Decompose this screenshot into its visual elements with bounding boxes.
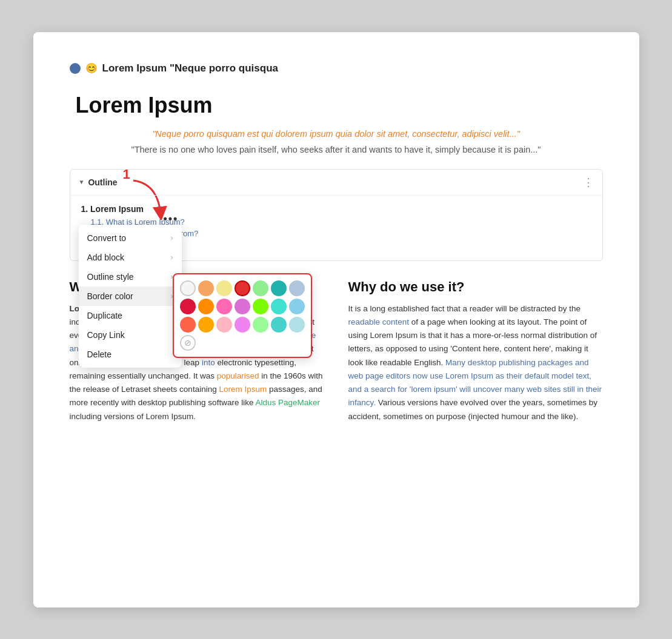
quote-italic: "Neque porro quisquam est qui dolorem ip… [76,129,597,139]
outline-title-row: ▼ Outline [79,177,118,187]
color-lightgreen[interactable] [253,280,268,296]
quote-center: "There is no one who loves pain itself, … [76,145,597,154]
color-lawngreen[interactable] [253,299,268,314]
color-turquoise[interactable] [271,299,287,314]
menu-item-copy-link[interactable]: Copy Link [79,325,182,345]
menu-item-duplicate-label: Duplicate [87,311,122,320]
color-palegreen[interactable] [253,317,268,333]
color-red[interactable] [235,280,250,296]
menu-item-add-block-label: Add block [87,253,124,262]
menu-item-convert-to[interactable]: Convert to › [79,228,182,248]
menu-item-border-color[interactable]: Border color › [79,286,182,306]
page-title: Lorem Ipsum "Neque porro quisqua [102,62,278,74]
title-bar: 😊 Lorem Ipsum "Neque porro quisqua [70,62,603,74]
color-khaki[interactable] [216,280,232,296]
col-why: Why do we use it? It is a long establish… [348,279,603,423]
page-container: 😊 Lorem Ipsum "Neque porro quisqua Lorem… [33,32,639,608]
color-lightblue[interactable] [289,280,305,296]
menu-item-delete-label: Delete [87,349,111,359]
col2-text: It is a long established fact that a rea… [348,302,603,423]
outline-header: ▼ Outline ⋮ [70,170,602,196]
color-none[interactable]: ⊘ [180,335,196,351]
menu-item-outline-style[interactable]: Outline style › [79,267,182,286]
menu-item-delete[interactable]: Delete [79,345,182,364]
title-emoji: 😊 [85,62,98,74]
menu-item-duplicate[interactable]: Duplicate [79,306,182,325]
menu-item-convert-to-label: Convert to [87,233,127,243]
color-picker-popup: ⊘ [173,273,312,358]
color-white[interactable] [180,280,196,296]
context-menu: Convert to › Add block › Outline style ›… [79,225,182,368]
outline-title: Outline [88,177,117,187]
col2-heading: Why do we use it? [348,279,603,295]
outline-item-1: 1. Lorem Ipsum [81,204,591,214]
color-tomato[interactable] [180,317,196,333]
color-violet[interactable] [235,317,250,333]
color-crimson[interactable] [180,299,196,314]
menu-item-copy-link-label: Copy Link [87,330,125,340]
main-heading: Lorem Ipsum [76,93,603,118]
color-medturquoise[interactable] [271,317,287,333]
outline-options-icon[interactable]: ⋮ [583,176,594,189]
color-orangered[interactable] [198,317,214,333]
color-lightpink[interactable] [216,317,232,333]
menu-item-outline-style-label: Outline style [87,272,134,282]
color-orange[interactable] [198,299,214,314]
color-orchid[interactable] [235,299,250,314]
color-hotpink[interactable] [216,299,232,314]
color-powderblue[interactable] [289,317,305,333]
menu-arrow-convert-to-icon: › [171,234,173,242]
color-skyblue[interactable] [289,299,305,314]
menu-arrow-add-block-icon: › [171,253,173,262]
outline-collapse-icon[interactable]: ▼ [79,179,85,185]
menu-item-add-block[interactable]: Add block › [79,248,182,267]
color-grid: ⊘ [180,280,305,351]
color-tan[interactable] [198,280,214,296]
color-teal[interactable] [271,280,287,296]
menu-item-border-color-label: Border color [87,291,133,301]
title-dot [70,63,81,74]
